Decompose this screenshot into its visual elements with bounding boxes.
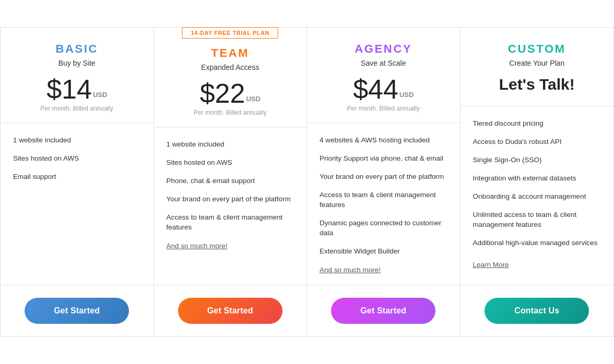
plan-cta-team: Get Started (154, 285, 307, 336)
plan-col-basic: BASICBuy by Site $14 USD Per month. Bill… (1, 28, 154, 336)
plan-tagline-custom: Create Your Plan (473, 59, 601, 67)
plan-features-agency: 4 websites & AWS hosting includedPriorit… (307, 123, 460, 285)
plan-currency-agency: USD (399, 91, 414, 99)
plan-name-team: TEAM (167, 46, 294, 60)
plan-price-row-team: $22 USD (167, 80, 294, 107)
cta-button-team[interactable]: Get Started (178, 298, 282, 324)
feature-item: Tiered discount pricing (473, 119, 601, 129)
feature-item: Email support (13, 172, 141, 182)
plan-name-agency: AGENCY (320, 42, 447, 56)
feature-item: 4 websites & AWS hosting included (320, 136, 447, 145)
feature-item: Access to team & client management featu… (167, 213, 294, 233)
feature-item: Additional high-value managed services (473, 238, 601, 248)
plan-price-team: $22 (200, 80, 245, 107)
plan-billing-team: Per month. Billed annually (167, 109, 294, 116)
plan-col-custom: CUSTOMCreate Your PlanLet's Talk!Tiered … (460, 28, 614, 336)
plan-tagline-team: Expanded Access (167, 63, 294, 71)
feature-item: Access to team & client management featu… (320, 190, 447, 210)
plan-price-agency: $44 (353, 76, 398, 103)
feature-item: Your brand on every part of the platform (320, 172, 447, 182)
feature-item: Onboarding & account management (473, 192, 601, 202)
feature-item: Sites hosted on AWS (167, 158, 294, 168)
plan-tagline-agency: Save at Scale (320, 59, 447, 67)
feature-item: Extensible Widget Builder (320, 247, 447, 257)
plan-billing-basic: Per month. Billed annually (13, 105, 141, 112)
feature-item: Phone, chat & email support (167, 176, 294, 186)
feature-item: Integration with external datasets (473, 174, 601, 184)
feature-item: Single Sign-On (SSO) (473, 155, 601, 165)
plan-tagline-basic: Buy by Site (13, 59, 141, 67)
plan-name-custom: CUSTOM (473, 42, 601, 56)
lets-talk: Let's Talk! (473, 76, 601, 93)
plan-currency-team: USD (246, 95, 260, 103)
plan-cta-custom: Contact Us (460, 285, 614, 336)
cta-button-custom[interactable]: Contact Us (485, 298, 589, 324)
cta-button-basic[interactable]: Get Started (25, 298, 129, 324)
learn-more-link-custom[interactable]: Learn More (473, 261, 509, 269)
feature-item: Priority Support via phone, chat & email (320, 154, 447, 164)
plan-col-team: 14-DAY FREE TRIAL PLANTEAMExpanded Acces… (154, 28, 308, 336)
feature-item: Dynamic pages connected to customer data (320, 219, 447, 238)
trial-badge: 14-DAY FREE TRIAL PLAN (182, 27, 278, 39)
feature-item: 1 website included (167, 140, 294, 150)
plan-billing-agency: Per month. Billed annually (320, 105, 447, 112)
feature-link-team[interactable]: And so much more! (167, 242, 228, 250)
plan-features-custom: Tiered discount pricingAccess to Duda's … (460, 106, 614, 285)
plan-currency-basic: USD (93, 91, 107, 99)
plan-col-agency: AGENCYSave at Scale $44 USD Per month. B… (307, 28, 460, 336)
plan-price-row-basic: $14 USD (13, 76, 141, 103)
cta-button-agency[interactable]: Get Started (331, 298, 435, 324)
pricing-table: BASICBuy by Site $14 USD Per month. Bill… (0, 27, 614, 336)
feature-link-agency[interactable]: And so much more! (320, 266, 381, 274)
feature-item: 1 website included (13, 136, 141, 145)
feature-item: Your brand on every part of the platform (167, 195, 294, 204)
feature-item: Unlimited access to team & client manage… (473, 210, 601, 230)
plan-price-basic: $14 (46, 76, 92, 103)
feature-item: Access to Duda's robust API (473, 137, 601, 147)
plan-price-row-agency: $44 USD (320, 76, 447, 103)
plan-name-basic: BASIC (13, 42, 141, 56)
feature-item: Sites hosted on AWS (13, 154, 141, 164)
plan-features-basic: 1 website includedSites hosted on AWSEma… (1, 123, 154, 285)
plan-cta-basic: Get Started (1, 285, 154, 336)
plan-cta-agency: Get Started (307, 285, 460, 336)
plan-features-team: 1 website includedSites hosted on AWSPho… (154, 127, 307, 285)
